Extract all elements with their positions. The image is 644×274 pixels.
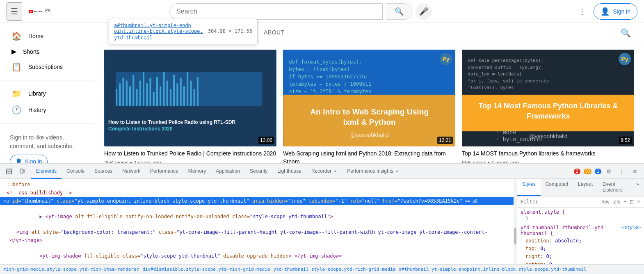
sidebar-item-history[interactable]: 🕐 History [2, 102, 92, 118]
sign-in-button[interactable]: 👤 Sign in [594, 3, 637, 20]
styles-tab-layout[interactable]: Layout [573, 179, 598, 196]
devtools-tab-performance-insights[interactable]: Performance insights ▲ [342, 164, 404, 179]
anchor-rel-attr: rel= [350, 198, 362, 204]
img-alt: alt [31, 229, 40, 235]
style-prop-right: right: 0; [521, 253, 641, 260]
sidebar-item-subscriptions[interactable]: 📋 Subscriptions [2, 59, 92, 75]
anchor-class-val: "yt-simple-endpoint inline-block style-s… [74, 198, 249, 204]
anchor-aria-val: "true" [288, 198, 306, 204]
thumb-3-svg: def sale_percentages(bytes): converted_s… [462, 50, 634, 146]
devtools-tab-elements[interactable]: Elements [31, 164, 62, 179]
video-thumbnail-2: def format_bytes(bytes): bytes = float(b… [283, 50, 455, 146]
thumb-2-svg: def format_bytes(bytes): bytes = float(b… [283, 50, 455, 146]
layout-filter[interactable]: ⊡ [629, 198, 635, 206]
video-card-1[interactable]: How to Listen to Trunked Police Radio us… [104, 50, 276, 177]
inspect-tag: a#thumbnail.yt-simple-endpoint.inline-bl… [114, 23, 203, 34]
svg-rect-13 [143, 72, 144, 106]
channel-search-icon[interactable]: 🔍 [617, 25, 634, 41]
devtools-toolbar: Elements Console Sources Network Perform… [0, 164, 644, 179]
topbar-right: ⋮ 👤 Sign in [574, 3, 637, 20]
devtools-close-button[interactable]: ✕ [629, 166, 641, 177]
svg-text:data_len = len(data): data_len = len(data) [468, 71, 522, 77]
search-input[interactable] [176, 8, 376, 15]
breadcrumb-item-4[interactable]: a#thumbnail.yt-simple-endpoint.inline-bl… [399, 267, 586, 272]
ytimage-close: > [330, 214, 333, 219]
application-tab-label: Application [216, 168, 240, 174]
video-thumbnail-1: How to Listen to Trunked Police Radio us… [104, 50, 276, 146]
devtools-tab-security[interactable]: Security [245, 164, 272, 179]
styles-tab-styles[interactable]: Styles [517, 179, 541, 196]
sidebar-item-home[interactable]: 🏠 Home [2, 28, 92, 44]
styles-tab-event-listeners[interactable]: Event Listeners [598, 179, 631, 196]
dom-line-ytimage-close[interactable]: </yt-image> [0, 236, 514, 244]
styles-panel-tabs: Styles Computed Layout Event Listeners » [517, 179, 644, 196]
tab-about[interactable]: ABOUT [254, 23, 295, 43]
styles-filter-input[interactable] [521, 199, 598, 205]
video-card-2[interactable]: def format_bytes(bytes): bytes = float(b… [283, 50, 455, 177]
svg-text:An Intro to Web Scraping Using: An Intro to Web Scraping Using [310, 107, 429, 116]
video-duration-3: 8:52 [619, 137, 632, 144]
more-options-button[interactable]: ⋮ [574, 3, 590, 20]
anchor-tab-attr: tabindex= [308, 198, 335, 204]
svg-rect-56 [20, 169, 23, 173]
plus-filter[interactable]: + [623, 198, 627, 206]
thumb-text-1: How to Listen to Trunked Police Radio us… [108, 119, 272, 132]
dom-line-anchor[interactable]: <a id="thumbnail" class="yt-simple-endpo… [0, 197, 514, 205]
hamburger-menu-button[interactable]: ☰ [7, 2, 22, 21]
devtools-dom-panel[interactable]: ::before <!--css-build:shady--> <a id="t… [0, 179, 514, 264]
dom-line-ytimage[interactable]: ▶ <yt-image alt ftl-eligible notify-on-l… [0, 205, 514, 228]
devtools-tab-recorder[interactable]: Recorder ▲ [306, 164, 342, 179]
devtools-tab-memory[interactable]: Memory [183, 164, 211, 179]
logo-badge: PK [45, 8, 50, 13]
devtools-tab-lighthouse[interactable]: Lighthouse [272, 164, 306, 179]
device-toolbar-button[interactable] [16, 166, 28, 177]
style-prop-bottom: bottom: 0; [521, 261, 641, 264]
ytimgshadow-tag: <yt-img-shadow [39, 253, 81, 259]
library-icon: 📁 [11, 89, 22, 98]
devtools-tab-performance[interactable]: Performance [145, 164, 183, 179]
cls-filter[interactable]: .cls [612, 198, 621, 206]
ytimage-alt: alt [75, 214, 84, 219]
css-build-comment: <!--css-build:shady--> [7, 190, 72, 196]
sidebar-signin-text: Sign in to like videos, comment, and sub… [10, 134, 74, 149]
dom-scrollbar[interactable] [514, 179, 517, 264]
breadcrumb-item-3[interactable]: ytd-thumbnail.style-scope.ytd-rich-grid-… [273, 267, 395, 272]
toggle-filter[interactable]: ≡ [636, 198, 641, 206]
devtools-tab-sources[interactable]: Sources [89, 164, 117, 179]
styles-tab-more[interactable]: » [631, 179, 644, 196]
youtube-logo[interactable]: YouTube PK [29, 7, 50, 16]
search-box[interactable] [169, 3, 383, 20]
devtools-tab-application[interactable]: Application [211, 164, 245, 179]
dom-line-ytimgshadow[interactable]: <yt-img-shadow ftl-eligible class="style… [0, 244, 514, 264]
hov-filter[interactable]: :hov [599, 198, 610, 206]
sidebar-item-shorts[interactable]: ▶ Shorts [2, 44, 92, 59]
breadcrumb-item-1[interactable]: rich-grid-media.style-scope.ytd-rich-ite… [3, 267, 139, 272]
svg-text:YouTube: YouTube [34, 10, 42, 12]
devtools-tab-network[interactable]: Network [117, 164, 145, 179]
svg-rect-4 [116, 72, 262, 106]
dom-line-before[interactable]: ::before [0, 180, 514, 189]
devtools-settings-button[interactable]: ⚙ [603, 166, 614, 177]
inspect-class: ytd-thumbnail [114, 35, 252, 41]
svg-text:for i, (key, val) in enumerate: for i, (key, val) in enumerate [468, 78, 549, 84]
sign-in-label: Sign in [613, 8, 630, 15]
inspect-element-button[interactable] [3, 166, 15, 177]
dom-line-img[interactable]: <img alt style="background-color: transp… [0, 228, 514, 236]
info-badge: 1 [595, 169, 601, 174]
styles-tab-computed[interactable]: Computed [541, 179, 573, 196]
sidebar-item-library[interactable]: 📁 Library [2, 85, 92, 102]
svg-text:· None: · None [496, 129, 516, 135]
sidebar-item-library-label: Library [28, 90, 46, 97]
video-card-3[interactable]: def sale_percentages(bytes): converted_s… [462, 50, 634, 177]
devtools-more-button[interactable]: ⋮ [616, 166, 628, 177]
dom-line-comment[interactable]: <!--css-build:shady--> [0, 189, 514, 197]
breadcrumb-item-2[interactable]: div#dismissible.style-scope.ytd-rich-gri… [142, 267, 270, 272]
svg-text:if bytes >= 1099511627776:: if bytes >= 1099511627776: [289, 74, 368, 80]
devtools-tab-console[interactable]: Console [62, 164, 89, 179]
videos-grid: How to Listen to Trunked Police Radio us… [94, 43, 644, 183]
device-icon [19, 169, 25, 174]
svg-rect-57 [23, 170, 25, 172]
prop-val-right: 0; [546, 253, 552, 259]
search-button[interactable]: 🔍 [386, 3, 412, 20]
mic-button[interactable]: 🎤 [416, 3, 432, 20]
